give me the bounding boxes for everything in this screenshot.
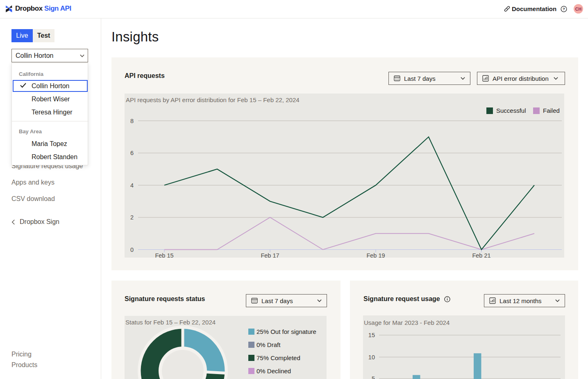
svg-text:API requests by API error dist: API requests by API error distribution f… [126,96,300,103]
svg-text:0: 0 [130,247,134,253]
svg-text:5: 5 [372,375,375,379]
svg-text:15: 15 [368,332,375,338]
svg-text:Feb 17: Feb 17 [261,252,279,258]
svg-text:0% Declined: 0% Declined [257,368,291,374]
svg-text:75% Completed: 75% Completed [257,354,300,361]
svg-text:Status for Feb 15 – Feb 22, 20: Status for Feb 15 – Feb 22, 2024 [125,319,216,326]
svg-text:?: ? [563,7,565,11]
svg-text:8: 8 [130,118,134,124]
svg-text:0% Draft: 0% Draft [257,341,281,348]
svg-text:25% Out for signature: 25% Out for signature [257,328,316,335]
svg-text:4: 4 [130,182,134,189]
svg-text:2: 2 [130,214,134,221]
svg-text:Feb 15: Feb 15 [155,252,173,258]
svg-text:Failed: Failed [543,107,560,114]
svg-text:Feb 19: Feb 19 [366,252,385,258]
svg-text:6: 6 [130,150,134,156]
svg-text:Feb 21: Feb 21 [472,252,490,258]
svg-text:Usage for Mar 2023 - Feb 2024: Usage for Mar 2023 - Feb 2024 [364,319,450,326]
svg-text:Successful: Successful [496,107,526,114]
svg-text:10: 10 [368,354,375,361]
